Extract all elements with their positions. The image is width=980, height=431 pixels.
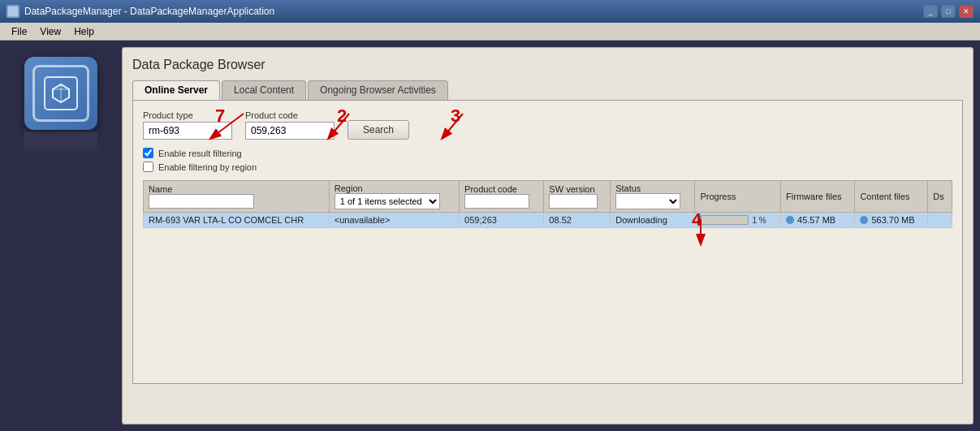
tab-online-server[interactable]: Online Server	[132, 80, 220, 100]
th-firmware-files: Firmware files	[781, 181, 855, 213]
filter-status[interactable]	[615, 193, 680, 209]
tabs: Online Server Local Content Ongoing Brow…	[132, 80, 963, 100]
enable-filtering-by-region-label: Enable filtering by region	[158, 162, 257, 172]
close-button[interactable]: ✕	[959, 5, 974, 18]
tab-local-content[interactable]: Local Content	[222, 80, 306, 100]
table-row[interactable]: RM-693 VAR LTA-L CO COMCEL CHR <unavaila…	[144, 213, 952, 228]
cell-region: <unavailable>	[329, 213, 459, 228]
filter-product-code[interactable]	[464, 194, 529, 209]
content-size: 563.70 MB	[871, 215, 914, 225]
logo-inner	[32, 65, 89, 122]
minimize-button[interactable]: _	[923, 5, 938, 18]
enable-result-filtering-row: Enable result filtering	[143, 148, 952, 158]
window-controls[interactable]: _ □ ✕	[923, 5, 974, 18]
filter-sw-version[interactable]	[549, 194, 598, 209]
th-ds: Ds	[928, 181, 952, 213]
th-sw-version: SW version	[544, 181, 611, 213]
logo-reflection	[24, 131, 97, 156]
cell-ds	[928, 213, 952, 228]
cell-content-files: 563.70 MB	[855, 213, 928, 228]
main-area: Data Package Browser Online Server Local…	[0, 41, 980, 431]
product-code-group: Product code	[245, 110, 335, 140]
cell-product-code: 059;263	[460, 213, 544, 228]
panel-title: Data Package Browser	[132, 58, 963, 72]
menubar: File View Help	[0, 23, 980, 41]
tab-ongoing-browser-activities[interactable]: Ongoing Browser Activities	[308, 80, 448, 100]
sidebar	[0, 41, 122, 431]
product-type-input[interactable]	[143, 122, 232, 140]
product-code-label: Product code	[245, 110, 335, 120]
cell-name: RM-693 VAR LTA-L CO COMCEL CHR	[144, 213, 330, 228]
progress-text: 1 %	[752, 216, 766, 225]
th-product-code: Product code	[460, 181, 544, 213]
cell-sw-version: 08.52	[544, 213, 611, 228]
form-row: Product type Product code Search	[143, 110, 952, 140]
menu-help[interactable]: Help	[67, 24, 101, 39]
firmware-circle-icon	[786, 216, 794, 224]
search-button[interactable]: Search	[348, 120, 409, 140]
th-content-files: Content files	[855, 181, 928, 213]
enable-filtering-by-region-checkbox[interactable]	[143, 162, 153, 172]
th-region: Region 1 of 1 items selected	[329, 181, 459, 213]
data-table: Name Region 1 of 1 items selected Produ	[143, 180, 952, 228]
tab-content-online-server: Product type Product code Search Enable …	[132, 100, 963, 384]
content-panel: Data Package Browser Online Server Local…	[122, 47, 974, 425]
th-name: Name	[144, 181, 330, 213]
filter-region[interactable]: 1 of 1 items selected	[335, 193, 440, 209]
enable-result-filtering-label: Enable result filtering	[158, 149, 242, 158]
filter-name[interactable]	[149, 194, 254, 209]
titlebar-text: DataPackageManager - DataPackageManagerA…	[24, 6, 274, 17]
titlebar: DataPackageManager - DataPackageManagerA…	[0, 0, 980, 23]
app-logo	[24, 57, 97, 130]
enable-result-filtering-checkbox[interactable]	[143, 148, 153, 158]
product-code-input[interactable]	[245, 122, 335, 140]
product-type-label: Product type	[143, 110, 232, 120]
firmware-size: 45.57 MB	[797, 215, 835, 225]
progress-bar	[700, 215, 749, 225]
menu-view[interactable]: View	[33, 24, 67, 39]
maximize-button[interactable]: □	[941, 5, 956, 18]
cell-status: Downloading	[611, 213, 695, 228]
th-progress: Progress	[695, 181, 781, 213]
product-type-group: Product type	[143, 110, 232, 140]
menu-file[interactable]: File	[5, 24, 33, 39]
svg-rect-0	[8, 6, 18, 16]
progress-bar-fill	[701, 216, 702, 224]
cell-progress: 1 %	[695, 213, 781, 228]
app-icon	[6, 5, 19, 18]
cell-firmware-files: 45.57 MB	[781, 213, 855, 228]
th-status: Status	[611, 181, 695, 213]
enable-filtering-by-region-row: Enable filtering by region	[143, 162, 952, 172]
content-circle-icon	[860, 216, 868, 224]
